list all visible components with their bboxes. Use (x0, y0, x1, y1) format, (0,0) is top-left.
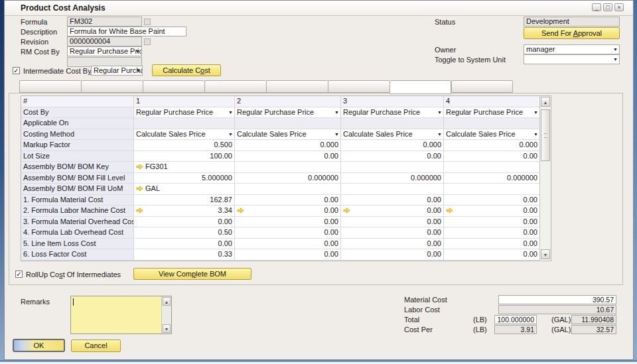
description-field[interactable]: Formula for White Base Paint (67, 27, 186, 36)
tab-revision[interactable] (266, 80, 328, 93)
grid-cell-r12-c3[interactable]: 0.00 (341, 227, 444, 239)
grid-cell-r9-c4[interactable]: 0.00 (444, 195, 540, 206)
grid-cell-r14-c2[interactable]: 0.00 (235, 249, 341, 261)
link-arrow-icon[interactable] (136, 186, 143, 192)
rm-cost-by-select[interactable]: Regular Purchase Price ▼ (67, 46, 142, 56)
grid-cell-r10-c4[interactable]: 0.00 (444, 206, 540, 217)
cost-per-gal-field[interactable]: 32.57 (571, 325, 616, 334)
grid-cell-r7-c3[interactable]: 0.000000 (341, 173, 444, 184)
grid-cell-r7-c4[interactable]: 0.000000 (444, 173, 540, 184)
grid-cell-r5-c2[interactable]: 0.00 (235, 151, 341, 162)
grid-cell-r10-c1[interactable]: 3.34 (134, 206, 235, 217)
grid-cell-r5-c3[interactable]: 0.00 (341, 151, 444, 162)
grid-cell-r1-c1[interactable]: Regular Purchase Price▼ (134, 107, 235, 119)
grid-scrollbar[interactable]: ▲ ▼ (539, 96, 551, 260)
view-complete-bom-button[interactable]: View Complete BOM (133, 268, 251, 280)
total-lb-field[interactable]: 100.000000 (494, 315, 537, 324)
grid-cell-r9-c1[interactable]: 162.87 (134, 195, 235, 206)
link-arrow-icon[interactable] (237, 208, 244, 213)
grid-cell-r14-c4[interactable]: 0.00 (444, 249, 540, 261)
grid-cell-r6-c4[interactable] (444, 162, 540, 173)
revision-field[interactable]: 0000000004 (67, 36, 142, 46)
tab-items[interactable] (19, 80, 81, 93)
grid-cell-r12-c1[interactable]: 0.50 (134, 227, 235, 239)
grid-cell-r8-c3[interactable] (341, 184, 444, 195)
grid-cell-r6-c2[interactable] (235, 162, 341, 173)
grid-cell-r7-c2[interactable]: 0.000000 (235, 173, 341, 184)
grid-cell-r4-c3[interactable]: 0.000 (341, 140, 444, 151)
material-cost-field[interactable]: 390.57 (498, 295, 616, 304)
link-arrow-icon[interactable] (136, 164, 143, 170)
revision-lookup-icon[interactable] (144, 38, 151, 45)
toggle-to-system-unit-select[interactable]: ▼ (524, 54, 620, 64)
grid-cell-r5-c1[interactable]: 100.00 (134, 151, 235, 162)
minimize-icon[interactable]: _ (592, 3, 601, 11)
grid-cell-r3-c1[interactable]: Calculate Sales Price▼ (134, 129, 235, 141)
grid-cell-r7-c1[interactable]: 5.000000 (134, 173, 235, 184)
tab-by-products[interactable] (204, 80, 266, 93)
formula-field[interactable]: FM302 (67, 17, 142, 27)
tab-consumables[interactable] (143, 80, 204, 93)
grid-cell-r6-c1[interactable]: FG301 (134, 162, 235, 173)
scroll-down-icon[interactable]: ▼ (163, 324, 171, 333)
grid-cell-r11-c3[interactable]: 0.00 (341, 217, 444, 228)
link-arrow-icon[interactable] (343, 208, 350, 213)
grid-cell-r8-c4[interactable] (444, 184, 540, 195)
ok-button[interactable]: OK (13, 339, 65, 352)
scroll-up-icon[interactable]: ▲ (163, 297, 171, 306)
grid-cell-r8-c2[interactable] (235, 184, 341, 195)
title-bar[interactable]: Product Cost Analysis _ □ × (5, 1, 633, 16)
scroll-down-icon[interactable]: ▼ (541, 249, 550, 259)
grid-cell-r11-c2[interactable]: 0.00 (235, 217, 341, 228)
grid-cell-r11-c1[interactable]: 0.00 (134, 217, 235, 228)
intermediate-cost-by-checkbox[interactable]: ✓ (13, 67, 20, 74)
labor-cost-field[interactable]: 10.67 (498, 305, 616, 314)
grid-scrollbar-thumb[interactable] (541, 109, 550, 161)
tab-analysis[interactable] (389, 80, 451, 94)
grid-cell-r14-c1[interactable]: 0.33 (134, 249, 235, 261)
grid-cell-r4-c4[interactable]: 0.000 (444, 140, 540, 151)
maximize-icon[interactable]: □ (603, 3, 612, 11)
tab-attributes[interactable] (451, 80, 513, 93)
grid-cell-r8-c1[interactable]: GAL (134, 184, 235, 195)
formula-lookup-icon[interactable] (144, 19, 151, 25)
grid-cell-r14-c3[interactable]: 0.00 (341, 249, 444, 261)
grid-cell-r13-c3[interactable]: 0.00 (341, 239, 444, 250)
tab-qc-test[interactable] (328, 80, 389, 93)
grid-cell-r11-c4[interactable]: 0.00 (444, 217, 540, 228)
grid-cell-r13-c2[interactable]: 0.00 (235, 239, 341, 250)
rollup-cost-checkbox[interactable]: ✓ (15, 271, 23, 278)
grid-cell-r4-c1[interactable]: 0.500 (134, 140, 235, 151)
grid-cell-r9-c3[interactable]: 0.00 (341, 195, 444, 206)
grid-cell-r6-c3[interactable] (341, 162, 444, 173)
grid-cell-r13-c4[interactable]: 0.00 (444, 239, 540, 250)
grid-cell-r3-c2[interactable]: Calculate Sales Price▼ (235, 129, 341, 141)
remarks-textarea[interactable]: ▲ ▼ (70, 296, 172, 334)
grid-cell-r5-c4[interactable]: 0.00 (444, 151, 540, 162)
calculate-cost-button[interactable]: Calculate Cost (152, 64, 221, 76)
send-for-approval-button[interactable]: Send For Approval (524, 27, 620, 39)
tab-labor[interactable] (81, 80, 143, 93)
grid-cell-r10-c2[interactable]: 0.00 (235, 206, 341, 217)
grid-cell-r12-c2[interactable]: 0.00 (235, 227, 341, 239)
grid-cell-r9-c2[interactable]: 0.00 (235, 195, 341, 206)
grid-cell-r13-c1[interactable]: 0.00 (134, 239, 235, 250)
grid-cell-r4-c2[interactable]: 0.000 (235, 140, 341, 151)
grid-cell-r1-c2[interactable]: Regular Purchase Price▼ (235, 107, 341, 119)
remarks-scrollbar[interactable]: ▲ ▼ (161, 296, 171, 334)
cancel-button[interactable]: Cancel (71, 339, 121, 352)
scroll-up-icon[interactable]: ▲ (541, 97, 550, 107)
grid-cell-r1-c3[interactable]: Regular Purchase Price▼ (341, 107, 444, 119)
grid-cell-r1-c4[interactable]: Regular Purchase Price▼ (444, 107, 540, 119)
grid-cell-r3-c4[interactable]: Calculate Sales Price▼ (444, 129, 540, 141)
close-icon[interactable]: × (614, 3, 624, 11)
grid-cell-r12-c4[interactable]: 0.00 (444, 227, 540, 239)
grid-cell-r10-c3[interactable]: 0.00 (341, 206, 444, 217)
cost-per-lb-field[interactable]: 3.91 (494, 325, 537, 334)
grid-cell-r3-c3[interactable]: Calculate Sales Price▼ (341, 129, 444, 141)
link-arrow-icon[interactable] (446, 208, 453, 213)
link-arrow-icon[interactable] (136, 208, 143, 213)
intermediate-cost-by-select[interactable]: Regular Purchase ▼ (91, 66, 143, 76)
owner-select[interactable]: manager ▼ (524, 44, 620, 54)
total-gal-field[interactable]: 11.990408 (571, 315, 616, 324)
